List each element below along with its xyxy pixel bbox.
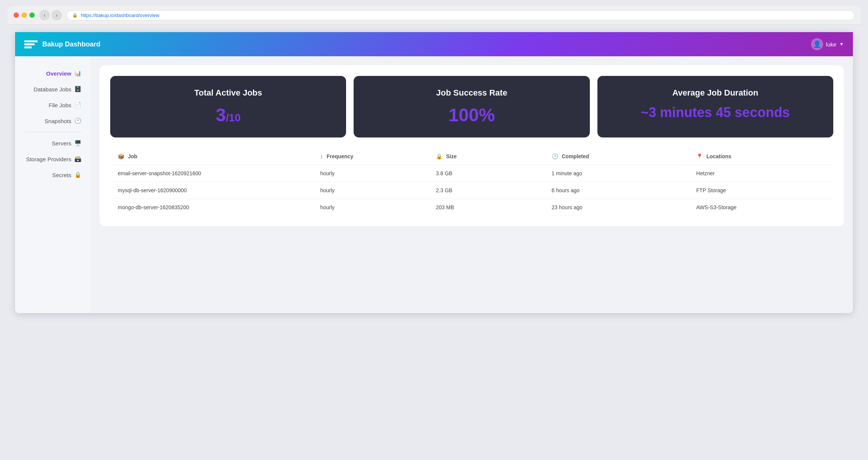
col-header-locations-label: Locations — [706, 153, 731, 159]
row3-completed: 23 hours ago — [544, 199, 689, 216]
sidebar-item-label: Overview — [46, 70, 71, 77]
database-jobs-icon: 🗄️ — [74, 86, 82, 93]
locations-col-icon: 📍 — [696, 153, 703, 159]
navbar: Bakup Dashboard 👤 luke ▼ — [15, 32, 853, 56]
maximize-button[interactable] — [29, 12, 35, 18]
app-wrapper: Bakup Dashboard 👤 luke ▼ Overview 📊 Data… — [15, 32, 853, 313]
row2-frequency: hourly — [312, 182, 428, 199]
stat-title-active-jobs: Total Active Jobs — [121, 88, 336, 98]
sidebar-item-label: Database Jobs — [34, 86, 71, 93]
servers-icon: 🖥️ — [74, 140, 82, 147]
sidebar-item-label: File Jobs — [49, 102, 71, 108]
stat-card-active-jobs: Total Active Jobs 3/10 — [110, 76, 346, 137]
size-col-icon: 🔒 — [436, 153, 442, 159]
traffic-lights — [14, 12, 35, 18]
storage-providers-icon: 🗃️ — [74, 156, 82, 162]
brand-icon — [24, 37, 38, 51]
sidebar-item-overview[interactable]: Overview 📊 — [15, 65, 91, 81]
row2-job: mysql-db-server-1620900000 — [110, 182, 312, 199]
col-header-locations: 📍 Locations — [689, 148, 833, 165]
username-label: luke — [826, 41, 837, 48]
table-row: email-server-snapshot-1620921600 hourly … — [110, 165, 833, 182]
completed-col-icon: 🕐 — [552, 153, 558, 159]
table-header: 📦 Job ↕ Frequency 🔒 Si — [110, 148, 833, 165]
content-card: Total Active Jobs 3/10 Job Success Rate … — [100, 65, 844, 226]
forward-button[interactable]: › — [51, 10, 62, 20]
sidebar-item-database-jobs[interactable]: Database Jobs 🗄️ — [15, 81, 91, 97]
row1-completed: 1 minute ago — [544, 165, 689, 182]
col-header-freq-label: Frequency — [326, 153, 353, 159]
col-header-frequency: ↕ Frequency — [312, 148, 428, 165]
sidebar-item-label: Storage Providers — [26, 156, 71, 162]
row3-size: 203 MB — [428, 199, 544, 216]
lock-icon: 🔒 — [72, 12, 78, 18]
jobs-table-container: 📦 Job ↕ Frequency 🔒 Si — [110, 148, 833, 216]
row2-locations: FTP Storage — [689, 182, 833, 199]
stat-card-avg-duration: Average Job Duration ~3 minutes 45 secon… — [597, 76, 833, 137]
row1-job: email-server-snapshot-1620921600 — [110, 165, 312, 182]
navbar-brand: Bakup Dashboard — [24, 37, 100, 51]
sidebar-item-label: Servers — [52, 140, 71, 147]
sidebar-item-servers[interactable]: Servers 🖥️ — [15, 135, 91, 151]
sidebar-item-storage-providers[interactable]: Storage Providers 🗃️ — [15, 151, 91, 167]
main-layout: Overview 📊 Database Jobs 🗄️ File Jobs 📄 … — [15, 56, 853, 313]
jobs-table: 📦 Job ↕ Frequency 🔒 Si — [110, 148, 833, 216]
stat-card-success-rate: Job Success Rate 100% — [354, 76, 589, 137]
row1-frequency: hourly — [312, 165, 428, 182]
overview-icon: 📊 — [74, 70, 82, 77]
col-header-job: 📦 Job — [110, 148, 312, 165]
url-text: https://bakup.io/dashboard/overview — [81, 12, 159, 18]
file-jobs-icon: 📄 — [74, 102, 82, 108]
sidebar-divider — [24, 132, 82, 132]
row3-frequency: hourly — [312, 199, 428, 216]
active-jobs-number: 3 — [216, 105, 226, 125]
stat-value-success-rate: 100% — [364, 105, 579, 125]
brand-name: Bakup Dashboard — [42, 40, 100, 48]
active-jobs-denominator: /10 — [226, 112, 241, 123]
secrets-icon: 🔒 — [74, 171, 82, 178]
sidebar-item-snapshots[interactable]: Snapshots 🕐 — [15, 113, 91, 129]
freq-col-icon: ↕ — [320, 153, 323, 159]
row2-completed: 6 hours ago — [544, 182, 689, 199]
row1-size: 3.8 GB — [428, 165, 544, 182]
stats-row: Total Active Jobs 3/10 Job Success Rate … — [110, 76, 833, 137]
main-content: Total Active Jobs 3/10 Job Success Rate … — [91, 56, 853, 313]
address-bar[interactable]: 🔒 https://bakup.io/dashboard/overview — [66, 10, 854, 20]
table-row: mongo-db-server-1620835200 hourly 203 MB… — [110, 199, 833, 216]
user-dropdown-chevron-icon: ▼ — [839, 42, 844, 47]
minimize-button[interactable] — [22, 12, 27, 18]
sidebar-item-label: Secrets — [52, 172, 71, 178]
stat-title-success-rate: Job Success Rate — [364, 88, 579, 98]
back-button[interactable]: ‹ — [39, 10, 50, 20]
navbar-user[interactable]: 👤 luke ▼ — [811, 38, 844, 50]
snapshots-icon: 🕐 — [74, 117, 82, 124]
row3-locations: AWS-S3-Storage — [689, 199, 833, 216]
table-row: mysql-db-server-1620900000 hourly 2.3 GB… — [110, 182, 833, 199]
user-avatar-icon: 👤 — [811, 38, 823, 50]
col-header-size: 🔒 Size — [428, 148, 544, 165]
col-header-size-label: Size — [446, 153, 457, 159]
sidebar-item-secrets[interactable]: Secrets 🔒 — [15, 167, 91, 183]
stat-value-active-jobs: 3/10 — [121, 105, 336, 125]
col-header-completed: 🕐 Completed — [544, 148, 689, 165]
nav-buttons: ‹ › — [39, 10, 62, 20]
stat-value-avg-duration: ~3 minutes 45 seconds — [608, 105, 823, 120]
table-body: email-server-snapshot-1620921600 hourly … — [110, 165, 833, 216]
sidebar-item-file-jobs[interactable]: File Jobs 📄 — [15, 97, 91, 113]
sidebar-item-label: Snapshots — [45, 118, 71, 124]
row1-locations: Hetzner — [689, 165, 833, 182]
browser-chrome: ‹ › 🔒 https://bakup.io/dashboard/overvie… — [8, 6, 860, 25]
row3-job: mongo-db-server-1620835200 — [110, 199, 312, 216]
col-header-job-label: Job — [128, 153, 137, 159]
job-col-icon: 📦 — [118, 153, 124, 159]
col-header-completed-label: Completed — [562, 153, 589, 159]
sidebar: Overview 📊 Database Jobs 🗄️ File Jobs 📄 … — [15, 56, 91, 313]
stat-title-avg-duration: Average Job Duration — [608, 88, 823, 98]
close-button[interactable] — [14, 12, 19, 18]
row2-size: 2.3 GB — [428, 182, 544, 199]
